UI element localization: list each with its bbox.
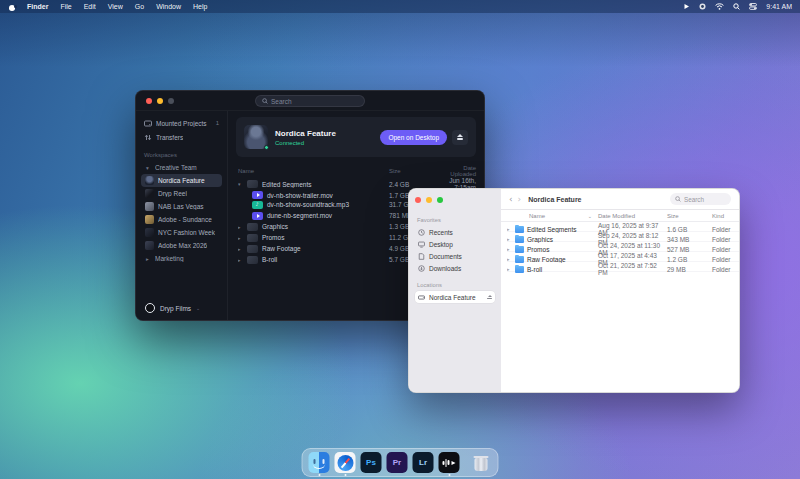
account-label: Dryp Films (160, 305, 191, 312)
file-kind: Folder (712, 256, 739, 263)
column-header-date-uploaded[interactable]: Date Uploaded (438, 165, 476, 177)
menu-item-file[interactable]: File (59, 3, 72, 10)
column-header-size[interactable]: Size (389, 168, 438, 174)
menu-item-window[interactable]: Window (155, 3, 182, 10)
search-icon (675, 196, 681, 202)
sidebar-item-nyc-fashion-week[interactable]: NYC Fashion Week (141, 226, 222, 239)
workspace-item-label: Adobe Max 2026 (158, 242, 207, 249)
column-header-kind[interactable]: Kind (712, 213, 739, 219)
sidebar-item-mounted-projects[interactable]: Mounted Projects 1 (136, 116, 227, 130)
file-name: Edited Segments (262, 181, 312, 188)
screen-mirroring-icon[interactable] (683, 3, 690, 10)
sidebar-item-desktop[interactable]: Desktop (415, 238, 495, 250)
workspace-group-creative-team[interactable]: ▾ Creative Team (136, 161, 227, 174)
eject-volume-button[interactable] (487, 295, 492, 299)
menu-item-help[interactable]: Help (192, 3, 208, 10)
account-switcher[interactable]: Dryp Films ⌄ (136, 300, 227, 321)
sidebar-item-dryp-reel[interactable]: Dryp Reel (141, 187, 222, 200)
chevron-right-icon[interactable]: ▸ (238, 246, 243, 252)
finder-search-field[interactable] (670, 193, 731, 205)
dock-safari-icon[interactable] (335, 452, 356, 473)
zoom-window-button[interactable] (168, 98, 174, 104)
dock-premiere-icon[interactable]: Pr (387, 452, 408, 473)
dock-finder-icon[interactable] (309, 452, 330, 473)
external-drive-icon (418, 294, 425, 301)
disclosure-triangle-icon[interactable]: ▸ (507, 236, 512, 242)
menu-item-go[interactable]: Go (134, 3, 145, 10)
workspace-group-marketing[interactable]: ▸ Marketing (136, 252, 227, 265)
menu-item-finder[interactable]: Finder (26, 3, 49, 10)
column-header-name[interactable]: Name (238, 168, 389, 174)
disclosure-triangle-icon[interactable]: ▸ (507, 266, 512, 272)
disclosure-triangle-icon[interactable]: ▸ (507, 256, 512, 262)
control-center-icon[interactable] (749, 3, 757, 10)
column-header-date-modified[interactable]: Date Modified (598, 213, 667, 219)
sidebar-item-nab-las-vegas[interactable]: NAB Las Vegas (141, 200, 222, 213)
spotlight-search-icon[interactable] (733, 3, 740, 10)
sidebar-item-transfers[interactable]: Transfers (136, 130, 227, 144)
column-header-name[interactable]: Name⌄ (507, 213, 598, 219)
locations-section-label: Locations (417, 282, 493, 288)
mounted-projects-icon (144, 120, 152, 127)
sidebar-item-documents[interactable]: Documents (415, 250, 495, 262)
sidebar-item-label: Recents (429, 229, 453, 236)
folder-icon (515, 266, 524, 273)
back-button[interactable]: ‹ (509, 195, 513, 204)
sidebar-item-nordica-feature-volume[interactable]: Nordica Feature (415, 291, 495, 303)
focus-mode-icon[interactable] (699, 3, 706, 10)
file-name: dv-nb-show-trailer.mov (267, 192, 333, 199)
open-on-desktop-button[interactable]: Open on Desktop (380, 130, 447, 145)
disclosure-triangle-icon[interactable]: ▸ (507, 246, 512, 252)
sidebar-item-adobe-sundance[interactable]: Adobe - Sundance (141, 213, 222, 226)
apple-logo-icon[interactable] (8, 3, 16, 11)
file-name: Raw Footage (262, 245, 301, 252)
file-size: 1.6 GB (667, 226, 712, 233)
dock-dryp-app-icon[interactable] (439, 452, 460, 473)
eject-button[interactable] (452, 130, 468, 145)
chevron-right-icon[interactable]: ▸ (238, 235, 243, 241)
sidebar-item-label: Desktop (429, 241, 453, 248)
chevron-right-icon[interactable]: ▸ (238, 224, 243, 230)
file-name: Raw Footage (527, 256, 566, 263)
desktop: Finder File Edit View Go Window Help 9:4… (0, 0, 800, 479)
zoom-window-button[interactable] (437, 197, 443, 203)
chevron-right-icon[interactable]: ▸ (238, 257, 243, 263)
file-kind: Folder (712, 236, 739, 243)
app-search-field[interactable] (255, 95, 365, 107)
finder-file-list: ▸Edited Segments Aug 16, 2025 at 9:37 AM… (501, 222, 739, 272)
table-row[interactable]: ▸Promos Oct 24, 2025 at 11:30 AM 527 MB … (507, 242, 739, 252)
app-search-input[interactable] (271, 98, 351, 105)
sidebar-item-nordica-feature[interactable]: Nordica Feature (141, 174, 222, 187)
sidebar-item-downloads[interactable]: Downloads (415, 262, 495, 274)
disclosure-triangle-icon[interactable]: ▸ (507, 226, 512, 232)
clock-icon (418, 229, 425, 236)
dock-trash-icon[interactable] (471, 452, 492, 473)
marketing-label: Marketing (155, 255, 184, 262)
chevron-down-icon[interactable]: ▾ (238, 181, 243, 187)
forward-button[interactable]: › (518, 195, 522, 204)
project-header-card: Nordica Feature Connected Open on Deskto… (236, 117, 476, 157)
table-row[interactable]: ▸Graphics Sep 24, 2025 at 8:12 PM 343 MB… (507, 232, 739, 242)
minimize-window-button[interactable] (157, 98, 163, 104)
running-indicator (448, 474, 450, 476)
sidebar-item-recents[interactable]: Recents (415, 226, 495, 238)
sidebar-item-adobe-max-2026[interactable]: Adobe Max 2026 (141, 239, 222, 252)
finder-search-input[interactable] (684, 196, 726, 203)
mounted-projects-label: Mounted Projects (156, 120, 207, 127)
menu-item-edit[interactable]: Edit (83, 3, 97, 10)
table-row[interactable]: ▸B-roll Oct 21, 2025 at 7:52 PM 29 MB Fo… (507, 262, 739, 272)
file-kind: Folder (712, 226, 739, 233)
column-header-size[interactable]: Size (667, 213, 712, 219)
dock-photoshop-icon[interactable]: Ps (361, 452, 382, 473)
table-row[interactable]: ▸Raw Footage Oct 17, 2025 at 4:43 PM 1.2… (507, 252, 739, 262)
wifi-icon[interactable] (715, 3, 724, 10)
close-window-button[interactable] (146, 98, 152, 104)
menu-item-view[interactable]: View (107, 3, 124, 10)
table-row[interactable]: ▸Edited Segments Aug 16, 2025 at 9:37 AM… (507, 222, 739, 232)
chevron-right-icon: ▸ (146, 256, 151, 262)
table-row[interactable]: ▾Edited Segments 2.4 GB Jun 16th, 7:15am (236, 177, 476, 188)
minimize-window-button[interactable] (426, 197, 432, 203)
menu-bar-clock[interactable]: 9:41 AM (766, 3, 792, 10)
close-window-button[interactable] (415, 197, 421, 203)
dock-lightroom-icon[interactable]: Lr (413, 452, 434, 473)
